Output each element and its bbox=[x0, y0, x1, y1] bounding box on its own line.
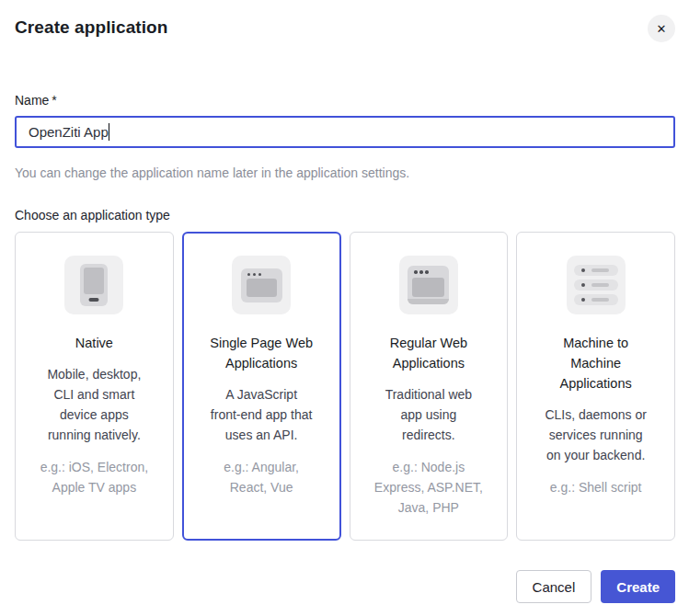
card-description: CLIs, daemons or services running on you… bbox=[532, 405, 660, 465]
modal-footer: Cancel Create bbox=[516, 570, 675, 603]
create-application-modal: Create application ✕ Name* You can chang… bbox=[0, 0, 689, 616]
card-examples: e.g.: iOS, Electron, Apple TV apps bbox=[29, 457, 158, 497]
create-button[interactable]: Create bbox=[601, 570, 675, 603]
card-description: A JavaScript front-end app that uses an … bbox=[197, 384, 326, 445]
card-description: Mobile, desktop, CLI and smart device ap… bbox=[29, 364, 158, 445]
mobile-phone-icon bbox=[64, 256, 123, 314]
close-icon: ✕ bbox=[657, 23, 667, 35]
card-examples: e.g.: Angular, React, Vue bbox=[197, 457, 326, 497]
required-marker: * bbox=[52, 93, 56, 108]
application-name-input[interactable] bbox=[15, 116, 675, 148]
card-examples: e.g.: Shell script bbox=[532, 477, 660, 497]
name-help-text: You can change the application name late… bbox=[15, 165, 675, 180]
card-examples: e.g.: Node.js Express, ASP.NET, Java, PH… bbox=[364, 457, 493, 518]
app-type-card-regular-web[interactable]: Regular Web Applications Traditional web… bbox=[350, 232, 509, 541]
application-type-cards: Native Mobile, desktop, CLI and smart de… bbox=[15, 232, 675, 541]
name-input-wrapper bbox=[15, 116, 675, 148]
name-field-label: Name* bbox=[15, 93, 675, 108]
web-server-icon bbox=[399, 256, 458, 314]
browser-window-icon bbox=[232, 256, 291, 314]
server-list-icon bbox=[567, 256, 626, 314]
close-button[interactable]: ✕ bbox=[648, 15, 675, 42]
card-title: Regular Web Applications bbox=[364, 333, 493, 373]
card-title: Single Page Web Applications bbox=[197, 333, 326, 373]
application-type-label: Choose an application type bbox=[15, 208, 675, 222]
cancel-button[interactable]: Cancel bbox=[516, 570, 592, 603]
modal-header: Create application ✕ bbox=[15, 15, 675, 42]
card-title: Native bbox=[29, 333, 158, 353]
app-type-card-m2m[interactable]: Machine to Machine Applications CLIs, da… bbox=[516, 232, 675, 541]
card-description: Traditional web app using redirects. bbox=[364, 384, 493, 445]
app-type-card-spa[interactable]: Single Page Web Applications A JavaScrip… bbox=[182, 232, 341, 541]
name-label-text: Name bbox=[15, 93, 49, 108]
text-caret bbox=[109, 123, 109, 141]
app-type-card-native[interactable]: Native Mobile, desktop, CLI and smart de… bbox=[15, 232, 174, 541]
modal-title: Create application bbox=[15, 17, 168, 38]
card-title: Machine to Machine Applications bbox=[532, 333, 660, 394]
